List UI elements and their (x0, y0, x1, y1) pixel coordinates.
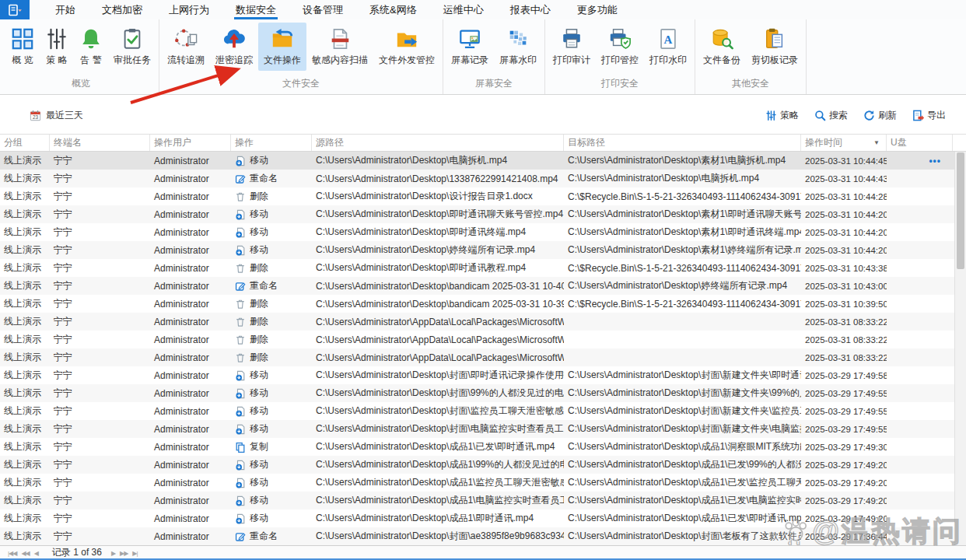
source-path-cell: C:\Users\Administrator\Desktop\封面\99%的人都… (312, 387, 564, 400)
rename-icon (235, 173, 246, 184)
tab-system-network[interactable]: 系统&网络 (356, 0, 430, 19)
ribbon-button-screen-record[interactable]: 屏幕记录 (446, 23, 494, 71)
table-row[interactable]: 线上演示宁宁Administrator重命名C:\Users\Administr… (0, 277, 966, 295)
terminal-cell: 宁宁 (50, 261, 150, 275)
table-row[interactable]: 线上演示宁宁Administrator移动C:\Users\Administra… (0, 223, 966, 241)
target-path-cell: C:\Users\Administrator\Desktop\封面\老板有了这款… (564, 530, 801, 543)
source-path-cell: C:\Users\Administrator\Desktop\即时通讯聊天账号管… (312, 208, 564, 221)
ribbon-button-file-backup[interactable]: 文件备份 (698, 23, 746, 71)
ribbon-button-file-operations[interactable]: 文件操作 (258, 23, 306, 71)
table-row[interactable]: 线上演示宁宁Administrator删除C:\Users\Administra… (0, 295, 966, 313)
prev-page-fast-button[interactable]: ◀◀ (21, 550, 29, 557)
column-header-6[interactable]: 目标路径 (564, 135, 801, 151)
table-row[interactable]: 线上演示宁宁Administrator移动C:\Users\Administra… (0, 402, 966, 420)
table-row[interactable]: 线上演示宁宁Administrator删除C:\Users\Administra… (0, 331, 966, 348)
operation-label: 移动 (250, 154, 268, 167)
group-cell: 线上演示 (0, 351, 50, 364)
ribbon-button-overview[interactable]: 概 览 (5, 23, 40, 71)
operation-label: 删除 (250, 333, 268, 346)
other-security-group: 文件备份剪切板记录其他安全 (695, 19, 807, 94)
table-row[interactable]: 线上演示宁宁Administrator移动C:\Users\Administra… (0, 420, 966, 438)
ribbon-button-clipboard-record[interactable]: 剪切板记录 (746, 23, 803, 71)
source-path-cell: C:\Users\Administrator\AppData\Local\Pac… (312, 334, 564, 345)
row-actions-ellipsis[interactable]: ••• (929, 156, 949, 166)
next-page-fast-button[interactable]: ▶▶ (120, 550, 128, 557)
ribbon-button-print-control[interactable]: 打印管控 (596, 23, 644, 71)
terminal-cell: 宁宁 (50, 476, 150, 489)
tab-start[interactable]: 开始 (42, 0, 89, 19)
table-row[interactable]: 线上演示宁宁Administrator删除C:\Users\Administra… (0, 259, 966, 277)
tab-data-security[interactable]: 数据安全 (222, 0, 289, 19)
policy-button[interactable]: 策略 (765, 109, 799, 122)
table-row[interactable]: 线上演示宁宁Administrator移动C:\Users\Administra… (0, 492, 966, 509)
column-header-7[interactable]: 操作时间▼ (801, 135, 887, 151)
tab-report-center[interactable]: 报表中心 (497, 0, 564, 19)
ribbon-button-circulation-trace[interactable]: 流转追溯 (162, 23, 210, 71)
search-button[interactable]: 搜索 (814, 109, 848, 122)
tab-doc-encryption[interactable]: 文档加密 (89, 0, 156, 19)
table-row[interactable]: 线上演示宁宁Administrator删除C:\Users\Administra… (0, 348, 966, 366)
ribbon-button-policy[interactable]: 策 略 (40, 23, 74, 71)
ribbon-button-screen-watermark[interactable]: 屏幕水印 (494, 23, 542, 71)
export-button[interactable]: 导出 (912, 109, 946, 122)
table-row[interactable]: 线上演示宁宁Administrator移动C:\Users\Administra… (0, 152, 966, 170)
ribbon-button-sensitive-content-scan[interactable]: 敏感内容扫描 (306, 23, 373, 71)
group-cell: 线上演示 (0, 476, 50, 489)
table-row[interactable]: 线上演示宁宁Administrator移动C:\Users\Administra… (0, 241, 966, 259)
ribbon-button-file-outgoing-control[interactable]: 文件外发管控 (373, 23, 440, 71)
time-cell: 2025-03-31 10:44:20 (801, 210, 887, 219)
table-row[interactable]: 线上演示宁宁Administrator重命名C:\Users\Administr… (0, 170, 966, 187)
move-icon (235, 209, 246, 220)
column-header-8[interactable]: U盘 (887, 135, 953, 151)
table-row[interactable]: 线上演示宁宁Administrator删除C:\Users\Administra… (0, 313, 966, 331)
table-row[interactable]: 线上演示宁宁Administrator移动C:\Users\Administra… (0, 366, 966, 384)
tab-web-behavior[interactable]: 上网行为 (156, 0, 222, 19)
app-menu-button[interactable] (0, 0, 30, 19)
overview-group-label: 概览 (5, 76, 156, 94)
date-range-filter[interactable]: 23 最近三天 (30, 109, 83, 122)
operation-cell: 移动 (231, 369, 312, 382)
tab-ops-center[interactable]: 运维中心 (430, 0, 497, 19)
source-path-cell: C:\Users\Administrator\Desktop\成品1\即时通讯.… (312, 512, 564, 525)
table-row[interactable]: 线上演示宁宁Administrator移动C:\Users\Administra… (0, 474, 966, 492)
scrollbar-thumb[interactable] (957, 152, 964, 269)
terminal-cell: 宁宁 (50, 333, 150, 346)
target-path-cell: C:\Users\Administrator\Desktop\素材1\即时通讯终… (564, 226, 801, 239)
first-page-button[interactable]: |◀◀ (8, 550, 16, 557)
column-header-2[interactable]: 终端名 (50, 135, 150, 151)
table-row[interactable]: 线上演示宁宁Administrator删除C:\Users\Administra… (0, 187, 966, 205)
time-cell: 2025-03-29 17:49:55 (801, 389, 887, 398)
group-cell: 线上演示 (0, 440, 50, 453)
column-header-5[interactable]: 源路径 (312, 135, 564, 151)
terminal-cell: 宁宁 (50, 190, 150, 203)
alert-icon (79, 27, 103, 51)
time-cell: 2025-03-31 08:33:22 (801, 317, 887, 327)
source-path-cell: C:\Users\Administrator\Desktop\封面\ae3895… (312, 530, 564, 543)
time-cell: 2025-03-31 10:44:20 (801, 246, 887, 255)
ribbon-button-print-watermark[interactable]: A打印水印 (644, 23, 692, 71)
prev-page-button[interactable]: ◀ (34, 550, 38, 557)
last-page-button[interactable]: ▶| (132, 550, 137, 557)
table-row[interactable]: 线上演示宁宁Administrator移动C:\Users\Administra… (0, 384, 966, 402)
file-ops-icon (271, 27, 294, 51)
column-header-4[interactable]: 操作 (231, 135, 312, 151)
user-cell: Administrator (150, 227, 231, 238)
source-path-cell: C:\Users\Administrator\Desktop\成品1\监控员工聊… (312, 476, 564, 489)
next-page-button[interactable]: ▶ (111, 550, 115, 557)
ribbon-button-print-audit[interactable]: 打印审计 (548, 23, 596, 71)
file-security-group-items: 流转追溯泄密追踪文件操作敏感内容扫描文件外发管控 (162, 19, 440, 76)
refresh-button[interactable]: 刷新 (863, 109, 897, 122)
vertical-scrollbar[interactable] (954, 152, 966, 546)
operation-cell: 移动 (231, 243, 312, 257)
column-header-3[interactable]: 操作用户 (150, 135, 231, 151)
ribbon-button-leak-trace[interactable]: 泄密追踪 (210, 23, 258, 71)
table-row[interactable]: 线上演示宁宁Administrator移动C:\Users\Administra… (0, 456, 966, 474)
table-row[interactable]: 线上演示宁宁Administrator移动C:\Users\Administra… (0, 205, 966, 223)
tab-more-features[interactable]: 更多功能 (564, 0, 631, 19)
column-header-1[interactable]: 分组 (0, 135, 50, 151)
ribbon-button-approval-tasks[interactable]: 审批任务 (108, 23, 156, 71)
ribbon-button-alerts[interactable]: 告 警 (74, 23, 108, 71)
table-row[interactable]: 线上演示宁宁Administrator复制C:\Users\Administra… (0, 438, 966, 456)
target-path-cell: C:\Users\Administrator\Desktop\素材1\婷终端所有… (564, 243, 801, 257)
tab-device-management[interactable]: 设备管理 (289, 0, 356, 19)
